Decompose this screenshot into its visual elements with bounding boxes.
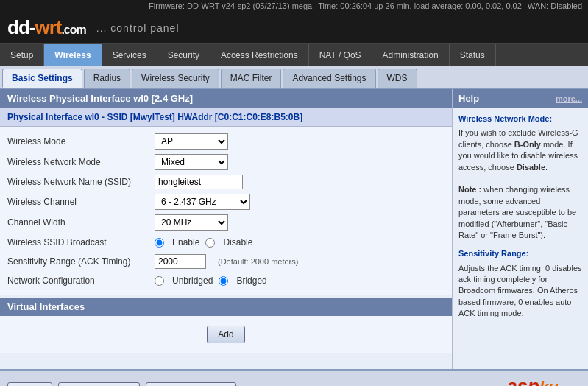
virtual-interfaces-title: Virtual Interfaces <box>7 301 85 312</box>
section-header: Wireless Physical Interface wl0 [2.4 GHz… <box>0 89 452 108</box>
nav-wireless[interactable]: Wireless <box>44 44 102 66</box>
cancel-changes-button[interactable]: Cancel Changes <box>146 382 236 387</box>
label-channel-width: Channel Width <box>7 217 155 228</box>
label-ssid-broadcast: Wireless SSID Broadcast <box>7 237 155 248</box>
save-button[interactable]: Save <box>7 382 52 387</box>
label-ssid-enable[interactable]: Enable <box>172 237 199 248</box>
row-sensitivity-range: Sensitivity Range (ACK Timing) (Default:… <box>7 252 444 271</box>
select-wireless-network-mode[interactable]: Mixed B-Only G-Only N-Only Disabled <box>155 154 228 170</box>
row-ssid-broadcast: Wireless SSID Broadcast Enable Disable <box>7 233 444 252</box>
label-sensitivity-range: Sensitivity Range (ACK Timing) <box>7 256 155 267</box>
select-wireless-mode[interactable]: AP Client Adhoc Monitor <box>155 133 228 150</box>
ku-text: ku <box>539 378 559 386</box>
label-network-config: Network Configuration <box>7 276 155 286</box>
row-ssid: Wireless Network Name (SSID) <box>7 172 444 192</box>
main-nav: Setup Wireless Services Security Access … <box>0 44 588 66</box>
radio-ssid-disable[interactable] <box>205 238 215 248</box>
virtual-interfaces-header: Virtual Interfaces <box>0 298 452 316</box>
control-sensitivity-range: (Default: 2000 meters) <box>155 254 444 269</box>
control-wireless-mode: AP Client Adhoc Monitor <box>155 133 444 150</box>
content-wrapper: Wireless Physical Interface wl0 [2.4 GHz… <box>0 89 588 369</box>
label-bridged[interactable]: Bridged <box>236 276 266 286</box>
row-network-config: Network Configuration Unbridged Bridged <box>7 271 444 290</box>
tab-mac-filter[interactable]: MAC Filter <box>221 69 282 88</box>
tab-radius[interactable]: Radius <box>84 69 130 88</box>
tab-wds[interactable]: WDS <box>378 69 417 88</box>
radio-bridged[interactable] <box>219 276 228 286</box>
control-ssid <box>155 175 444 189</box>
radio-unbridged[interactable] <box>155 276 164 286</box>
form-table: Wireless Mode AP Client Adhoc Monitor Wi… <box>0 127 452 295</box>
nav-access-restrictions[interactable]: Access Restrictions <box>210 44 309 66</box>
wan-info: WAN: Disabled <box>528 1 582 10</box>
label-wireless-network-mode: Wireless Network Mode <box>7 157 155 167</box>
virtual-interfaces-section: Virtual Interfaces Add <box>0 298 452 353</box>
tab-advanced-settings[interactable]: Advanced Settings <box>283 69 375 88</box>
label-unbridged[interactable]: Unbridged <box>172 276 213 286</box>
subsection-title: Physical Interface wl0 - SSID [MwylTest]… <box>7 112 302 122</box>
label-wireless-mode: Wireless Mode <box>7 136 155 147</box>
tab-basic-settings[interactable]: Basic Settings <box>2 69 82 88</box>
apply-settings-button[interactable]: Apply Settings <box>58 382 140 387</box>
row-channel: Wireless Channel 1 - 2.412 GHz 2 - 2.417… <box>7 192 444 212</box>
help-section-1-title: Wireless Network Mode: <box>458 113 582 124</box>
logo-subtitle: ... control panel <box>96 22 180 34</box>
control-channel-width: 20 MHz 40 MHz Auto <box>155 214 444 231</box>
help-sidebar: Help more... Wireless Network Mode: If y… <box>452 89 588 369</box>
logobar: dd-wrt.com ... control panel <box>0 12 588 44</box>
help-header: Help more... <box>453 89 588 108</box>
control-network-config: Unbridged Bridged <box>155 276 444 286</box>
input-ssid[interactable] <box>155 175 243 189</box>
bottom-bar: Save Apply Settings Cancel Changes aspku… <box>0 369 588 386</box>
tab-wireless-security[interactable]: Wireless Security <box>132 69 219 88</box>
subsection-header: Physical Interface wl0 - SSID [MwylTest]… <box>0 108 452 127</box>
radio-ssid-enable[interactable] <box>155 238 164 248</box>
sub-nav: Basic Settings Radius Wireless Security … <box>0 66 588 89</box>
help-content: Wireless Network Mode: If you wish to ex… <box>453 108 588 333</box>
select-channel-width[interactable]: 20 MHz 40 MHz Auto <box>155 214 228 231</box>
asp-text: asp <box>506 375 539 386</box>
nav-administration[interactable]: Administration <box>372 44 450 66</box>
row-wireless-mode: Wireless Mode AP Client Adhoc Monitor <box>7 131 444 152</box>
control-ssid-broadcast: Enable Disable <box>155 237 444 248</box>
asp-logo: aspku.com 免费中文网站原创下载 <box>506 375 581 386</box>
logo: dd-wrt.com <box>7 16 86 39</box>
help-section-1-text: If you wish to exclude Wireless-G client… <box>458 127 582 241</box>
control-wireless-network-mode: Mixed B-Only G-Only N-Only Disabled <box>155 154 444 170</box>
help-section-2-text: Adjusts the ACK timing. 0 disables ack t… <box>458 263 582 320</box>
nav-security[interactable]: Security <box>157 44 210 66</box>
time-info: Time: 00:26:04 up 26 min, load average: … <box>318 1 522 10</box>
nav-services[interactable]: Services <box>102 44 157 66</box>
row-wireless-network-mode: Wireless Network Mode Mixed B-Only G-Onl… <box>7 152 444 172</box>
logo-com: .com <box>61 24 85 36</box>
help-more-link[interactable]: more... <box>556 94 582 103</box>
control-channel: 1 - 2.412 GHz 2 - 2.417 GHz 3 - 2.422 GH… <box>155 194 444 210</box>
main-content: Wireless Physical Interface wl0 [2.4 GHz… <box>0 89 452 369</box>
logo-dd: dd- <box>7 16 35 38</box>
hint-sensitivity-range: (Default: 2000 meters) <box>218 257 298 266</box>
nav-setup[interactable]: Setup <box>0 44 44 66</box>
help-title: Help <box>458 93 479 104</box>
nav-nat-qos[interactable]: NAT / QoS <box>309 44 372 66</box>
row-channel-width: Channel Width 20 MHz 40 MHz Auto <box>7 212 444 233</box>
virtual-interfaces-content: Add <box>0 316 452 353</box>
logo-wrt: wrt <box>35 16 61 38</box>
nav-status[interactable]: Status <box>450 44 496 66</box>
select-channel[interactable]: 1 - 2.412 GHz 2 - 2.417 GHz 3 - 2.422 GH… <box>155 194 250 210</box>
help-section-2-title: Sensitivity Range: <box>458 248 582 259</box>
add-virtual-interface-button[interactable]: Add <box>207 326 244 343</box>
topbar: Firmware: DD-WRT v24-sp2 (05/27/13) mega… <box>0 0 588 12</box>
label-ssid-disable[interactable]: Disable <box>223 237 252 248</box>
label-ssid: Wireless Network Name (SSID) <box>7 177 155 187</box>
firmware-info: Firmware: DD-WRT v24-sp2 (05/27/13) mega <box>149 1 312 10</box>
input-sensitivity-range[interactable] <box>155 254 206 269</box>
label-channel: Wireless Channel <box>7 197 155 207</box>
